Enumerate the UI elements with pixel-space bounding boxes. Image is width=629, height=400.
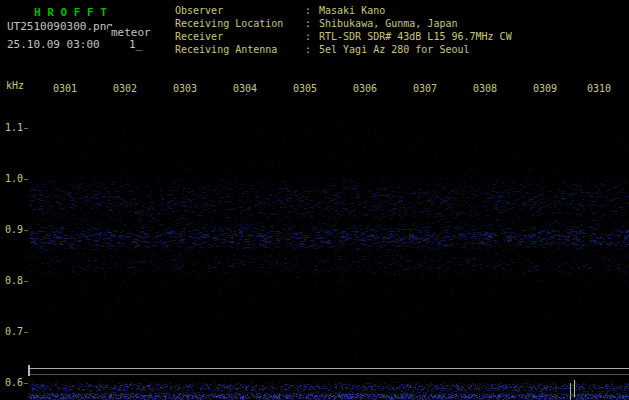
x-tick-label: 0304 — [233, 83, 257, 94]
info-label: Receiving Antenna — [175, 44, 305, 57]
y-tick-label: 1.0 — [4, 173, 23, 184]
x-tick-label: 0309 — [533, 83, 557, 94]
page-counter: 1_ — [129, 38, 142, 51]
y-axis: 1.11.00.90.80.70.6 — [0, 0, 28, 400]
x-tick-label: 0306 — [353, 83, 377, 94]
info-value: 5el Yagi Az 280 for Seoul — [319, 44, 512, 57]
info-value: Masaki Kano — [319, 5, 512, 18]
y-tick-label: 0.7 — [4, 326, 23, 337]
y-tick-label: 1.1 — [4, 122, 23, 133]
info-value: RTL-SDR SDR# 43dB L15 96.7MHz CW — [319, 31, 512, 44]
info-colon: : — [305, 5, 319, 18]
info-label: Receiving Location — [175, 18, 305, 31]
observation-info: Observer:Masaki KanoReceiving Location:S… — [175, 5, 512, 57]
x-tick-label: 0305 — [293, 83, 317, 94]
x-tick-label: 0308 — [473, 83, 497, 94]
y-tick-label: 0.8 — [4, 275, 23, 286]
y-tick-label: 0.6 — [4, 377, 23, 388]
info-colon: : — [305, 31, 319, 44]
app-title: H R O F F T — [34, 6, 107, 19]
y-tick-label: 0.9 — [4, 224, 23, 235]
x-tick-label: 0307 — [413, 83, 437, 94]
hrofft-screen: H R O F F T UT2510090300.png meteor 25.1… — [0, 0, 629, 400]
info-colon: : — [305, 18, 319, 31]
info-label: Observer — [175, 5, 305, 18]
x-tick-label: 0310 — [587, 83, 611, 94]
x-tick-label: 0302 — [113, 83, 137, 94]
info-colon: : — [305, 44, 319, 57]
spectrogram-canvas — [28, 95, 629, 400]
x-tick-label: 0303 — [173, 83, 197, 94]
info-label: Receiver — [175, 31, 305, 44]
x-tick-label: 0301 — [53, 83, 77, 94]
info-value: Shibukawa, Gunma, Japan — [319, 18, 512, 31]
